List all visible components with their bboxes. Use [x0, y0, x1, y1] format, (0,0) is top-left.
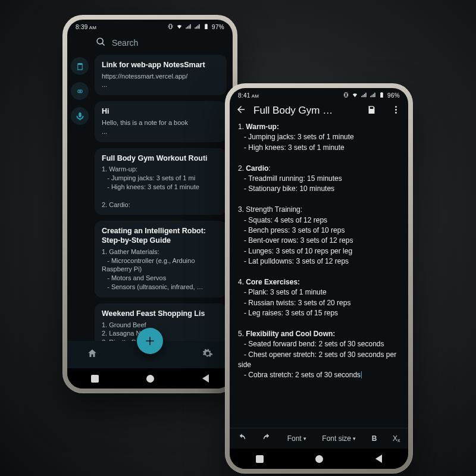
home-os-button[interactable]: [315, 455, 323, 463]
clipboard-button[interactable]: [71, 57, 89, 75]
phone-list: 8:39AM 97% Search: [62, 15, 237, 393]
note-title: Full Body Gym Workout Routi: [102, 154, 220, 164]
recent-apps-button[interactable]: [256, 455, 264, 463]
fontsize-dropdown[interactable]: Font size▾: [322, 434, 356, 443]
settings-button[interactable]: [202, 348, 213, 361]
save-button[interactable]: [363, 105, 380, 117]
svg-point-2: [395, 112, 397, 114]
font-dropdown[interactable]: Font▾: [287, 434, 306, 443]
note-title: Creating an Intelligent Robot: Step-by-S…: [102, 227, 220, 245]
note-card[interactable]: Full Body Gym Workout Routi 1. Warm-up: …: [95, 148, 227, 215]
battery-pct: 97%: [212, 24, 224, 30]
editor-toolbar: Font▾ Font size▾ B Xx: [230, 428, 408, 449]
home-os-button[interactable]: [146, 375, 154, 383]
note-card[interactable]: Creating an Intelligent Robot: Step-by-S…: [95, 221, 227, 297]
note-list[interactable]: Link for web-app NotesSmart https://note…: [93, 55, 233, 341]
back-os-button[interactable]: [375, 455, 382, 463]
back-os-button[interactable]: [202, 374, 209, 383]
search-icon: [96, 37, 106, 49]
infinity-button[interactable]: [71, 82, 89, 100]
svg-point-0: [395, 106, 397, 108]
redo-button[interactable]: [262, 433, 271, 444]
clock: 8:41: [238, 92, 250, 99]
note-preview: 1. Warm-up: - Jumping jacks: 3 sets of 1…: [102, 165, 220, 209]
search-placeholder: Search: [112, 38, 138, 48]
note-preview: Hello, this is a note for a book ...: [102, 118, 220, 136]
text-cursor: [361, 371, 362, 378]
home-button[interactable]: [87, 348, 98, 361]
signal-icon: [185, 23, 192, 31]
status-bar: 8:41AM 96%: [230, 88, 408, 101]
clock-ampm: AM: [252, 93, 259, 99]
wifi-icon: [352, 92, 358, 99]
more-button[interactable]: [387, 105, 405, 117]
note-title: Weekend Feast Shopping Lis: [102, 309, 220, 319]
editor-topbar: Full Body Gym …: [230, 101, 408, 122]
search-input[interactable]: Search: [67, 32, 233, 55]
android-nav: [67, 368, 233, 389]
signal-icon-2: [194, 23, 201, 31]
note-title: Hi: [102, 107, 220, 117]
vibrate-icon: [343, 92, 349, 99]
phone-editor: 8:41AM 96% Full Body Gym … 1. Warm-up: -…: [225, 83, 413, 474]
battery-icon: [378, 92, 385, 99]
svg-point-1: [395, 109, 397, 111]
wifi-icon: [176, 23, 183, 31]
note-preview: https://notessmart.vercel.app/ ...: [102, 72, 220, 90]
note-card[interactable]: Link for web-app NotesSmart https://note…: [95, 55, 227, 95]
sidebar: [67, 55, 93, 341]
add-note-button[interactable]: [137, 328, 163, 354]
mic-button[interactable]: [71, 107, 89, 125]
signal-icon-2: [369, 92, 376, 99]
clock: 8:39: [76, 24, 88, 30]
note-card[interactable]: Hi Hello, this is a note for a book ...: [95, 101, 227, 142]
battery-icon: [203, 23, 209, 31]
note-editor-body[interactable]: 1. Warm-up: - Jumping jacks: 3 sets of 1…: [230, 122, 408, 428]
battery-pct: 96%: [387, 92, 400, 99]
bottom-nav: [67, 341, 233, 368]
android-nav: [230, 449, 408, 469]
status-bar: 8:39AM 97%: [67, 20, 233, 32]
bold-button[interactable]: B: [372, 434, 377, 443]
note-preview: 1. Gather Materials: - Microcontroller (…: [102, 248, 220, 292]
recent-apps-button[interactable]: [91, 375, 99, 383]
signal-icon: [361, 92, 367, 99]
note-title: Link for web-app NotesSmart: [102, 61, 220, 70]
note-editor-title: Full Body Gym …: [253, 105, 356, 117]
plus-icon: [144, 335, 156, 347]
undo-button[interactable]: [237, 433, 246, 444]
vibrate-icon: [167, 23, 174, 31]
back-button[interactable]: [236, 104, 246, 117]
clear-format-button[interactable]: Xx: [393, 434, 400, 443]
clock-ampm: AM: [89, 25, 97, 30]
